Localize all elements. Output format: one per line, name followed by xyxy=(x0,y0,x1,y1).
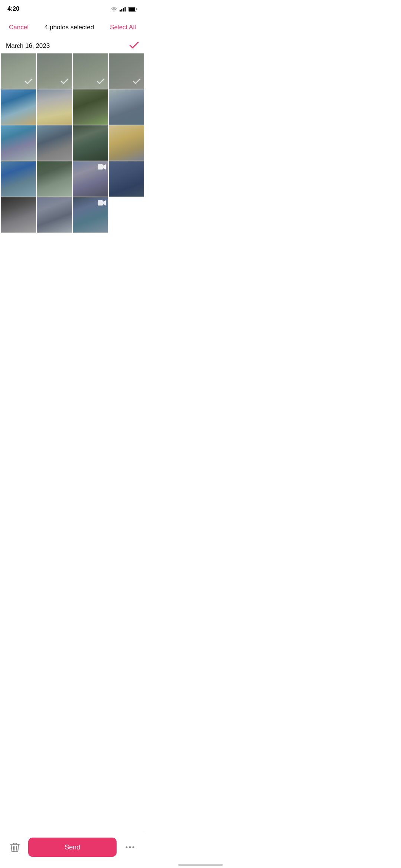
photo-thumbnail xyxy=(1,125,36,161)
photo-item[interactable] xyxy=(1,89,36,125)
photo-thumbnail xyxy=(109,161,144,197)
photo-item[interactable] xyxy=(1,125,36,161)
photo-thumbnail xyxy=(73,125,108,161)
photo-item[interactable] xyxy=(1,53,36,89)
svg-rect-2 xyxy=(123,8,124,11)
photo-thumbnail xyxy=(1,197,36,233)
photo-item[interactable] xyxy=(37,89,72,125)
photo-item[interactable] xyxy=(73,161,108,197)
photo-check-icon xyxy=(23,76,34,86)
battery-icon xyxy=(128,7,137,11)
svg-rect-3 xyxy=(125,7,126,11)
svg-rect-6 xyxy=(129,7,135,11)
photo-thumbnail xyxy=(73,89,108,125)
photo-grid xyxy=(0,53,145,233)
photo-thumbnail xyxy=(1,161,36,197)
photo-item[interactable] xyxy=(109,125,144,161)
section-date: March 16, 2023 xyxy=(6,42,50,50)
photo-check-icon xyxy=(95,76,106,86)
svg-rect-7 xyxy=(98,164,103,170)
photo-item[interactable] xyxy=(37,161,72,197)
status-bar: 4:20 xyxy=(0,0,145,16)
section-check-icon[interactable] xyxy=(129,42,139,50)
cancel-button[interactable]: Cancel xyxy=(6,22,32,33)
photo-thumbnail xyxy=(37,161,72,197)
video-badge-icon xyxy=(98,164,106,170)
wifi-icon xyxy=(111,7,117,11)
photo-item[interactable] xyxy=(37,125,72,161)
photo-item[interactable] xyxy=(37,53,72,89)
select-all-button[interactable]: Select All xyxy=(107,22,139,33)
status-time: 4:20 xyxy=(7,6,19,12)
photo-thumbnail xyxy=(37,197,72,233)
photo-thumbnail xyxy=(109,89,144,125)
photo-thumbnail xyxy=(37,125,72,161)
photo-item[interactable] xyxy=(109,53,144,89)
status-icons xyxy=(111,7,137,11)
svg-rect-0 xyxy=(120,10,121,11)
header: Cancel 4 photos selected Select All xyxy=(0,16,145,39)
photo-item[interactable] xyxy=(73,53,108,89)
photo-item[interactable] xyxy=(37,197,72,233)
photo-check-icon xyxy=(131,76,142,86)
section-header: March 16, 2023 xyxy=(0,39,145,53)
photo-item[interactable] xyxy=(73,197,108,233)
photo-item[interactable] xyxy=(109,161,144,197)
svg-rect-8 xyxy=(98,200,103,206)
signal-icon xyxy=(120,7,126,11)
photo-item[interactable] xyxy=(73,89,108,125)
photo-item[interactable] xyxy=(1,161,36,197)
photo-thumbnail xyxy=(1,89,36,125)
header-title: 4 photos selected xyxy=(32,24,107,31)
photo-thumbnail xyxy=(37,89,72,125)
photo-check-icon xyxy=(59,76,70,86)
svg-rect-1 xyxy=(121,9,123,11)
photo-thumbnail xyxy=(109,125,144,161)
photo-item[interactable] xyxy=(73,125,108,161)
svg-rect-5 xyxy=(136,8,137,10)
video-badge-icon xyxy=(98,200,106,206)
photo-item[interactable] xyxy=(109,89,144,125)
photo-item[interactable] xyxy=(1,197,36,233)
